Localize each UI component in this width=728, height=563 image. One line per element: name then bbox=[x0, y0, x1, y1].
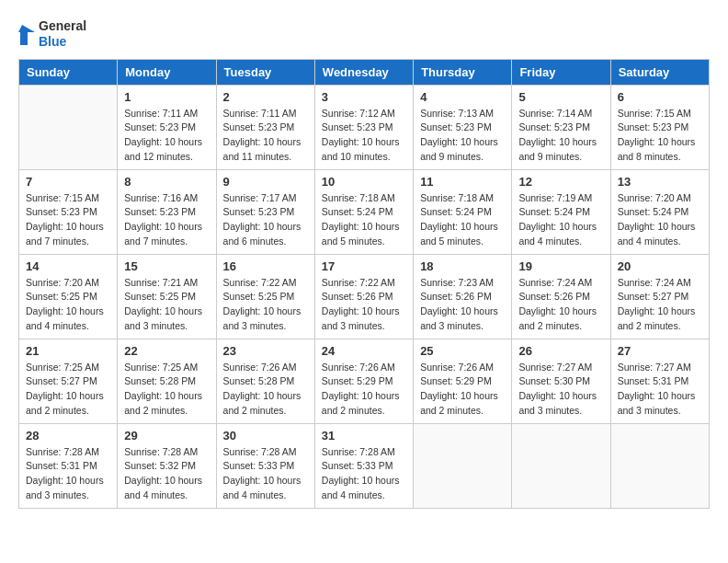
day-number: 2 bbox=[223, 90, 308, 104]
calendar-cell: 21Sunrise: 7:25 AMSunset: 5:27 PMDayligh… bbox=[19, 339, 118, 423]
day-info: Sunrise: 7:15 AMSunset: 5:23 PMDaylight:… bbox=[26, 191, 110, 249]
day-info: Sunrise: 7:23 AMSunset: 5:26 PMDaylight:… bbox=[420, 276, 505, 334]
calendar-cell: 17Sunrise: 7:22 AMSunset: 5:26 PMDayligh… bbox=[314, 254, 413, 339]
calendar-cell: 23Sunrise: 7:26 AMSunset: 5:28 PMDayligh… bbox=[216, 339, 314, 423]
day-number: 14 bbox=[26, 259, 110, 273]
week-row-1: 1Sunrise: 7:11 AMSunset: 5:23 PMDaylight… bbox=[19, 85, 710, 169]
calendar-cell: 6Sunrise: 7:15 AMSunset: 5:23 PMDaylight… bbox=[610, 85, 709, 169]
calendar-cell: 27Sunrise: 7:27 AMSunset: 5:31 PMDayligh… bbox=[610, 339, 709, 423]
day-number: 15 bbox=[124, 259, 209, 273]
page-container: General Blue SundayMondayTuesdayWednesda… bbox=[18, 18, 710, 509]
day-number: 20 bbox=[618, 259, 702, 273]
day-info: Sunrise: 7:21 AMSunset: 5:25 PMDaylight:… bbox=[124, 276, 209, 334]
svg-marker-0 bbox=[18, 25, 35, 45]
calendar-cell: 20Sunrise: 7:24 AMSunset: 5:27 PMDayligh… bbox=[610, 254, 709, 339]
calendar-cell bbox=[414, 423, 512, 508]
day-info: Sunrise: 7:26 AMSunset: 5:28 PMDaylight:… bbox=[223, 361, 308, 419]
calendar-cell: 31Sunrise: 7:28 AMSunset: 5:33 PMDayligh… bbox=[314, 423, 413, 508]
header-wednesday: Wednesday bbox=[314, 59, 413, 85]
day-number: 12 bbox=[518, 175, 603, 189]
logo-bird-icon bbox=[18, 21, 35, 47]
day-number: 6 bbox=[618, 90, 702, 104]
day-info: Sunrise: 7:28 AMSunset: 5:33 PMDaylight:… bbox=[223, 445, 308, 503]
day-info: Sunrise: 7:18 AMSunset: 5:24 PMDaylight:… bbox=[322, 191, 406, 249]
calendar-cell: 19Sunrise: 7:24 AMSunset: 5:26 PMDayligh… bbox=[512, 254, 610, 339]
calendar-cell: 1Sunrise: 7:11 AMSunset: 5:23 PMDaylight… bbox=[118, 85, 216, 169]
day-info: Sunrise: 7:17 AMSunset: 5:23 PMDaylight:… bbox=[223, 191, 308, 249]
header: General Blue bbox=[18, 18, 710, 50]
day-info: Sunrise: 7:26 AMSunset: 5:29 PMDaylight:… bbox=[322, 361, 406, 419]
day-info: Sunrise: 7:11 AMSunset: 5:23 PMDaylight:… bbox=[223, 107, 308, 165]
day-info: Sunrise: 7:28 AMSunset: 5:31 PMDaylight:… bbox=[26, 445, 110, 503]
calendar-cell bbox=[512, 423, 610, 508]
week-row-2: 7Sunrise: 7:15 AMSunset: 5:23 PMDaylight… bbox=[19, 169, 710, 254]
day-info: Sunrise: 7:24 AMSunset: 5:27 PMDaylight:… bbox=[618, 276, 702, 334]
calendar-cell: 3Sunrise: 7:12 AMSunset: 5:23 PMDaylight… bbox=[314, 85, 413, 169]
day-number: 26 bbox=[518, 344, 603, 358]
day-info: Sunrise: 7:22 AMSunset: 5:25 PMDaylight:… bbox=[223, 276, 308, 334]
logo-text: General Blue bbox=[39, 18, 86, 50]
calendar-cell: 4Sunrise: 7:13 AMSunset: 5:23 PMDaylight… bbox=[414, 85, 512, 169]
day-number: 17 bbox=[322, 259, 406, 273]
calendar-cell: 12Sunrise: 7:19 AMSunset: 5:24 PMDayligh… bbox=[512, 169, 610, 254]
day-info: Sunrise: 7:11 AMSunset: 5:23 PMDaylight:… bbox=[124, 107, 209, 165]
day-number: 23 bbox=[223, 344, 308, 358]
calendar-cell: 26Sunrise: 7:27 AMSunset: 5:30 PMDayligh… bbox=[512, 339, 610, 423]
header-saturday: Saturday bbox=[610, 59, 709, 85]
calendar-table: SundayMondayTuesdayWednesdayThursdayFrid… bbox=[18, 59, 710, 509]
day-info: Sunrise: 7:27 AMSunset: 5:30 PMDaylight:… bbox=[518, 361, 603, 419]
header-tuesday: Tuesday bbox=[216, 59, 314, 85]
day-number: 13 bbox=[618, 175, 702, 189]
header-friday: Friday bbox=[512, 59, 610, 85]
day-info: Sunrise: 7:12 AMSunset: 5:23 PMDaylight:… bbox=[322, 107, 406, 165]
day-info: Sunrise: 7:28 AMSunset: 5:32 PMDaylight:… bbox=[124, 445, 209, 503]
day-info: Sunrise: 7:14 AMSunset: 5:23 PMDaylight:… bbox=[518, 107, 603, 165]
calendar-cell: 29Sunrise: 7:28 AMSunset: 5:32 PMDayligh… bbox=[118, 423, 216, 508]
logo: General Blue bbox=[18, 18, 86, 50]
day-info: Sunrise: 7:25 AMSunset: 5:28 PMDaylight:… bbox=[124, 361, 209, 419]
day-number: 29 bbox=[124, 429, 209, 442]
day-number: 9 bbox=[223, 175, 308, 189]
day-info: Sunrise: 7:20 AMSunset: 5:25 PMDaylight:… bbox=[26, 276, 110, 334]
day-info: Sunrise: 7:28 AMSunset: 5:33 PMDaylight:… bbox=[322, 445, 406, 503]
calendar-cell: 9Sunrise: 7:17 AMSunset: 5:23 PMDaylight… bbox=[216, 169, 314, 254]
day-number: 7 bbox=[26, 175, 110, 189]
day-info: Sunrise: 7:13 AMSunset: 5:23 PMDaylight:… bbox=[420, 107, 505, 165]
day-number: 21 bbox=[26, 344, 110, 358]
day-number: 16 bbox=[223, 259, 308, 273]
day-number: 28 bbox=[26, 429, 110, 442]
day-info: Sunrise: 7:25 AMSunset: 5:27 PMDaylight:… bbox=[26, 361, 110, 419]
header-row: SundayMondayTuesdayWednesdayThursdayFrid… bbox=[19, 59, 710, 85]
calendar-cell: 2Sunrise: 7:11 AMSunset: 5:23 PMDaylight… bbox=[216, 85, 314, 169]
day-number: 19 bbox=[518, 259, 603, 273]
day-number: 5 bbox=[518, 90, 603, 104]
week-row-5: 28Sunrise: 7:28 AMSunset: 5:31 PMDayligh… bbox=[19, 423, 710, 508]
day-info: Sunrise: 7:22 AMSunset: 5:26 PMDaylight:… bbox=[322, 276, 406, 334]
day-number: 24 bbox=[322, 344, 406, 358]
day-info: Sunrise: 7:27 AMSunset: 5:31 PMDaylight:… bbox=[618, 361, 702, 419]
day-number: 30 bbox=[223, 429, 308, 442]
header-thursday: Thursday bbox=[414, 59, 512, 85]
day-number: 10 bbox=[322, 175, 406, 189]
calendar-cell: 16Sunrise: 7:22 AMSunset: 5:25 PMDayligh… bbox=[216, 254, 314, 339]
day-info: Sunrise: 7:18 AMSunset: 5:24 PMDaylight:… bbox=[420, 191, 505, 249]
day-number: 25 bbox=[420, 344, 505, 358]
calendar-cell: 18Sunrise: 7:23 AMSunset: 5:26 PMDayligh… bbox=[414, 254, 512, 339]
day-number: 8 bbox=[124, 175, 209, 189]
calendar-cell: 11Sunrise: 7:18 AMSunset: 5:24 PMDayligh… bbox=[414, 169, 512, 254]
day-info: Sunrise: 7:24 AMSunset: 5:26 PMDaylight:… bbox=[518, 276, 603, 334]
day-number: 31 bbox=[322, 429, 406, 442]
calendar-cell: 14Sunrise: 7:20 AMSunset: 5:25 PMDayligh… bbox=[19, 254, 118, 339]
day-info: Sunrise: 7:16 AMSunset: 5:23 PMDaylight:… bbox=[124, 191, 209, 249]
day-info: Sunrise: 7:19 AMSunset: 5:24 PMDaylight:… bbox=[518, 191, 603, 249]
calendar-cell bbox=[19, 85, 118, 169]
calendar-cell: 15Sunrise: 7:21 AMSunset: 5:25 PMDayligh… bbox=[118, 254, 216, 339]
week-row-4: 21Sunrise: 7:25 AMSunset: 5:27 PMDayligh… bbox=[19, 339, 710, 423]
calendar-cell: 7Sunrise: 7:15 AMSunset: 5:23 PMDaylight… bbox=[19, 169, 118, 254]
calendar-cell: 30Sunrise: 7:28 AMSunset: 5:33 PMDayligh… bbox=[216, 423, 314, 508]
header-sunday: Sunday bbox=[19, 59, 118, 85]
day-number: 11 bbox=[420, 175, 505, 189]
calendar-cell: 13Sunrise: 7:20 AMSunset: 5:24 PMDayligh… bbox=[610, 169, 709, 254]
day-number: 22 bbox=[124, 344, 209, 358]
day-number: 27 bbox=[618, 344, 702, 358]
